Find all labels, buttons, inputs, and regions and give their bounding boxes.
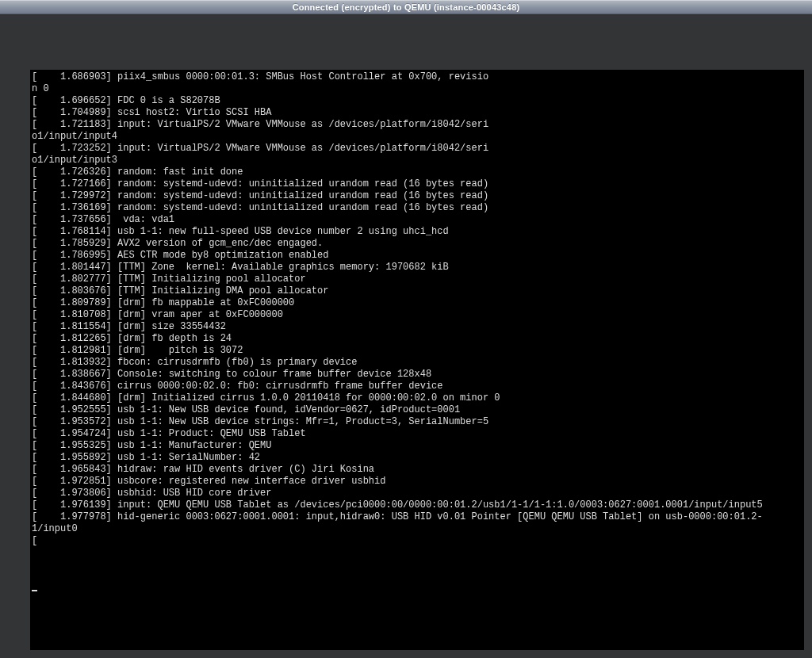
terminal-line: [ 1.954724] usb 1-1: Product: QEMU USB T…	[32, 428, 804, 440]
terminal-line: [ 1.812981] [drm] pitch is 3072	[32, 345, 804, 357]
terminal-line: [ 1.786995] AES CTR mode by8 optimizatio…	[32, 250, 804, 262]
terminal-line: [ 1.802777] [TTM] Initializing pool allo…	[32, 274, 804, 285]
terminal-line: 1/input0	[32, 523, 804, 535]
terminal-line: [ 1.972851] usbcore: registered new inte…	[32, 476, 804, 488]
terminal-line: [ 1.965843] hidraw: raw HID events drive…	[32, 464, 804, 476]
terminal-line: [ 1.955892] usb 1-1: SerialNumber: 42	[32, 452, 804, 464]
terminal-line: [ 1.729972] random: systemd-udevd: unini…	[32, 190, 804, 202]
terminal-line: [ 1.727166] random: systemd-udevd: unini…	[32, 178, 804, 190]
terminal-line: [ 1.955325] usb 1-1: Manufacturer: QEMU	[32, 440, 804, 452]
terminal-line: [ 1.737656] vda: vda1	[32, 214, 804, 226]
terminal-line: [ 1.838667] Console: switching to colour…	[32, 369, 804, 381]
terminal-line: [ 1.973806] usbhid: USB HID core driver	[32, 488, 804, 499]
terminal-line: [ 1.686903] piix4_smbus 0000:00:01.3: SM…	[32, 71, 804, 83]
terminal-cursor	[32, 590, 37, 591]
terminal-line: o1/input/input3	[32, 155, 804, 166]
terminal-line: [ 1.810708] [drm] vram aper at 0xFC00000…	[32, 309, 804, 321]
terminal-line: o1/input/input4	[32, 131, 804, 143]
terminal-line: [ 1.768114] usb 1-1: new full-speed USB …	[32, 226, 804, 238]
terminal-line: [ 1.723252] input: VirtualPS/2 VMware VM…	[32, 143, 804, 155]
terminal-line: [ 1.843676] cirrus 0000:00:02.0: fb0: ci…	[32, 381, 804, 392]
terminal-line: [ 1.704989] scsi host2: Virtio SCSI HBA	[32, 107, 804, 119]
terminal-line: [ 1.736169] random: systemd-udevd: unini…	[32, 202, 804, 214]
terminal-line: [ 1.953572] usb 1-1: New USB device stri…	[32, 416, 804, 428]
terminal-line: [ 1.801447] [TTM] Zone kernel: Available…	[32, 262, 804, 274]
window-title: Connected (encrypted) to QEMU (instance-…	[293, 2, 520, 12]
terminal-line: [ 1.721183] input: VirtualPS/2 VMware VM…	[32, 119, 804, 131]
terminal-line: [	[32, 535, 804, 547]
terminal-line: [ 1.696652] FDC 0 is a S82078B	[32, 95, 804, 107]
terminal-line: [ 1.844680] [drm] Initialized cirrus 1.0…	[32, 392, 804, 404]
terminal-cursor-line	[32, 583, 804, 595]
terminal-line: [ 1.812265] [drm] fb depth is 24	[32, 333, 804, 345]
terminal-line: [ 1.785929] AVX2 version of gcm_enc/dec …	[32, 238, 804, 250]
terminal-line: [ 1.726326] random: fast init done	[32, 166, 804, 178]
terminal-line: [ 1.803676] [TTM] Initializing DMA pool …	[32, 285, 804, 297]
terminal-line: [ 1.952555] usb 1-1: New USB device foun…	[32, 404, 804, 416]
terminal-line	[32, 571, 804, 583]
window-title-bar[interactable]: Connected (encrypted) to QEMU (instance-…	[0, 0, 812, 14]
terminal-line: [ 1.976139] input: QEMU QEMU USB Tablet …	[32, 499, 804, 511]
terminal-line	[32, 547, 804, 559]
terminal-line: [ 1.813932] fbcon: cirrusdrmfb (fb0) is …	[32, 357, 804, 369]
terminal-line	[32, 559, 804, 571]
terminal-line: [ 1.809789] [drm] fb mappable at 0xFC000…	[32, 297, 804, 309]
terminal-line: [ 1.811554] [drm] size 33554432	[32, 321, 804, 333]
terminal-line: [ 1.977978] hid-generic 0003:0627:0001.0…	[32, 511, 804, 523]
terminal-line: n 0	[32, 83, 804, 95]
console-viewport[interactable]: [ 1.686903] piix4_smbus 0000:00:01.3: SM…	[30, 70, 804, 650]
terminal-output: [ 1.686903] piix4_smbus 0000:00:01.3: SM…	[30, 70, 804, 595]
